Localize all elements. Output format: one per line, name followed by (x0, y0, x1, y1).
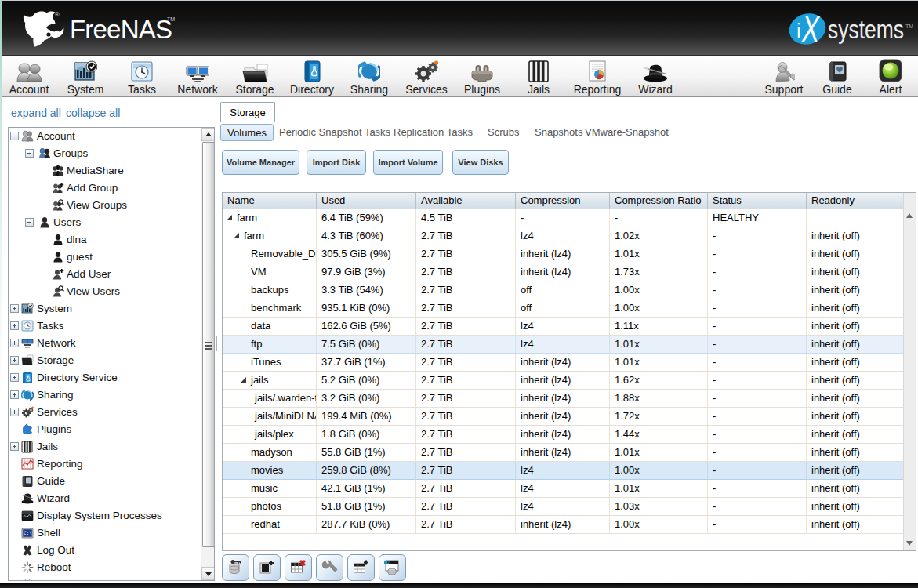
svg-text:C:\: C:\ (24, 530, 32, 535)
svg-text:i: i (796, 19, 801, 42)
svg-text:systems: systems (828, 14, 904, 44)
svg-text:D: D (386, 560, 390, 564)
svg-text:X: X (801, 8, 820, 49)
svg-text:TM: TM (905, 24, 913, 29)
